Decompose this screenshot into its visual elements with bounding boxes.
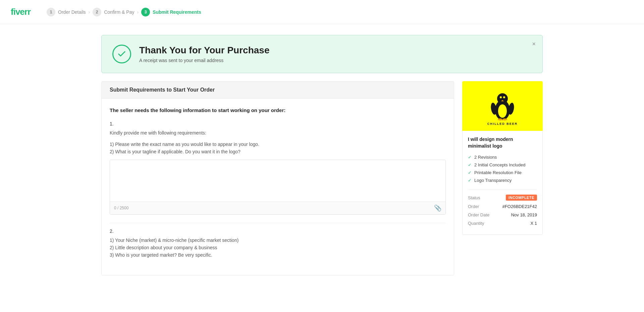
question-2-block: 2. 1) Your Niche (market) & micro-niche …: [110, 223, 446, 259]
step-1: 1 Order Details: [47, 8, 86, 16]
check-icon-4: ✓: [468, 178, 472, 183]
order-date-row: Order Date Nov 18, 2019: [468, 212, 537, 217]
answer-1-textarea[interactable]: [110, 160, 445, 200]
status-badge: INCOMPLETE: [506, 195, 537, 201]
panel-header: Submit Requirements to Start Your Order: [102, 82, 454, 99]
step-2-number: 2: [93, 8, 101, 16]
order-meta: Status INCOMPLETE Order #FO26BDE21F42 Or…: [468, 195, 537, 226]
textarea-footer-1: 0 / 2500 📎: [110, 201, 445, 214]
attach-icon[interactable]: 📎: [434, 204, 441, 212]
banner-subtitle: A receipt was sent to your email address: [139, 58, 269, 63]
feature-label-4: Logo Transparency: [474, 178, 512, 183]
question-1-subtext: 1) Please write the exact name as you wo…: [110, 141, 446, 156]
question-1-text: Kindly provide me with following require…: [110, 129, 446, 137]
svg-point-2: [498, 104, 507, 118]
requirements-panel: Submit Requirements to Start Your Order …: [101, 81, 454, 275]
svg-point-6: [503, 96, 505, 98]
chevron-1: ›: [89, 9, 90, 15]
feature-item: ✓ 2 Initial Concepts Included: [468, 162, 537, 167]
gig-image: CHILLED BEER: [462, 81, 543, 131]
order-summary-panel: CHILLED BEER I will design modern minima…: [462, 81, 543, 235]
step-1-number: 1: [47, 8, 55, 16]
banner-title: Thank You for Your Purchase: [139, 45, 269, 56]
step-3-label: Submit Requirements: [153, 9, 201, 15]
quantity-label: Quantity: [468, 221, 484, 226]
answer-1-wrapper: 0 / 2500 📎: [110, 160, 446, 215]
feature-list: ✓ 2 Revisions ✓ 2 Initial Concepts Inclu…: [468, 155, 537, 183]
check-circle-icon: [112, 45, 131, 63]
feature-item: ✓ 2 Revisions: [468, 155, 537, 160]
header: fiverr 1 Order Details › 2 Confirm & Pay…: [0, 0, 644, 24]
order-label: Order: [468, 204, 479, 209]
gig-details: I will design modern minimalist logo ✓ 2…: [462, 131, 543, 235]
check-icon-2: ✓: [468, 162, 472, 167]
order-value: #FO26BDE21F42: [502, 204, 537, 209]
breadcrumb: 1 Order Details › 2 Confirm & Pay › 3 Su…: [47, 8, 201, 16]
feature-item: ✓ Logo Transparency: [468, 178, 537, 183]
svg-point-5: [500, 96, 502, 98]
gig-title: I will design modern minimalist logo: [468, 136, 537, 149]
step-3-number: 3: [141, 8, 150, 16]
status-row: Status INCOMPLETE: [468, 195, 537, 201]
feature-item: ✓ Printable Resolution File: [468, 170, 537, 175]
char-count-1: 0 / 2500: [114, 206, 128, 210]
order-date-label: Order Date: [468, 212, 489, 217]
feature-label-2: 2 Initial Concepts Included: [474, 162, 525, 167]
banner-close-button[interactable]: ×: [532, 41, 536, 48]
fiverr-logo: fiverr: [11, 7, 31, 17]
question-1-block: 1. Kindly provide me with following requ…: [110, 121, 446, 215]
content-layout: Submit Requirements to Start Your Order …: [101, 81, 543, 275]
svg-point-1: [497, 93, 508, 104]
svg-point-9: [502, 118, 507, 120]
status-label: Status: [468, 195, 480, 200]
divider: [468, 190, 537, 190]
check-icon-3: ✓: [468, 170, 472, 175]
panel-title: Submit Requirements to Start Your Order: [110, 87, 446, 93]
svg-text:CHILLED BEER: CHILLED BEER: [487, 122, 518, 125]
quantity-value: X 1: [530, 221, 537, 226]
step-2: 2 Confirm & Pay: [93, 8, 134, 16]
thank-you-banner: Thank You for Your Purchase A receipt wa…: [101, 35, 543, 73]
chevron-2: ›: [137, 9, 139, 15]
order-row: Order #FO26BDE21F42: [468, 204, 537, 209]
quantity-row: Quantity X 1: [468, 221, 537, 226]
step-2-label: Confirm & Pay: [104, 9, 134, 15]
question-2-text: 1) Your Niche (market) & micro-niche (sp…: [110, 237, 446, 259]
question-1-number: 1.: [110, 121, 446, 126]
main-content: Thank You for Your Purchase A receipt wa…: [91, 24, 553, 275]
panel-body: The seller needs the following informati…: [102, 99, 454, 275]
question-2-number: 2.: [110, 228, 446, 234]
banner-text: Thank You for Your Purchase A receipt wa…: [139, 45, 269, 63]
feature-label-1: 2 Revisions: [474, 155, 497, 160]
svg-point-8: [498, 118, 502, 120]
step-3: 3 Submit Requirements: [141, 8, 201, 16]
seller-info-text: The seller needs the following informati…: [110, 107, 446, 114]
check-icon-1: ✓: [468, 155, 472, 160]
step-1-label: Order Details: [58, 9, 86, 15]
order-date-value: Nov 18, 2019: [511, 212, 537, 217]
feature-label-3: Printable Resolution File: [474, 170, 522, 175]
